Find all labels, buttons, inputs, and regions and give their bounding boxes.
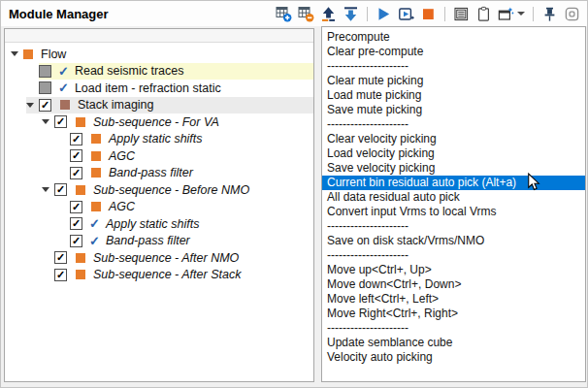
checkbox-checked[interactable]: ✓ <box>70 167 82 179</box>
tree-row-content: Flow <box>11 46 313 63</box>
tree-row[interactable]: ✓Sub-sequence - For VA <box>5 113 313 131</box>
checkbox-checked[interactable]: ✓ <box>70 235 82 247</box>
tree-row-content: ✓AGC <box>70 199 313 216</box>
checkbox-checked[interactable]: ✓ <box>70 201 82 213</box>
tree-row[interactable]: ✓AGC <box>5 199 313 216</box>
menu-item[interactable]: Move up<Ctrl+, Up> <box>322 263 585 277</box>
new-window-icon[interactable] <box>498 6 514 22</box>
checkbox-checked[interactable]: ✓ <box>70 149 82 162</box>
tree-item-label[interactable]: Sub-sequence - After NMO <box>93 251 245 265</box>
command-list-panel[interactable]: PrecomputeClear pre-compute-------------… <box>321 26 586 382</box>
menu-item[interactable]: Clear mute picking <box>322 74 585 88</box>
checkbox-gray[interactable] <box>39 81 51 94</box>
run-icon[interactable] <box>376 6 392 22</box>
stop-icon[interactable] <box>420 6 437 22</box>
tree-row[interactable]: ✓Sub-sequence - After Stack <box>5 267 313 284</box>
checkbox-checked[interactable]: ✓ <box>54 269 67 281</box>
tree-row[interactable]: ✓Load item - refraction static <box>5 80 313 97</box>
expander-icon[interactable] <box>42 187 54 192</box>
menu-item[interactable]: Update semblance cube <box>322 336 585 350</box>
tree-item-label[interactable]: Sub-sequence - After Stack <box>93 268 246 281</box>
tree-row-content: ✓Load item - refraction static <box>39 80 313 97</box>
module-square-icon <box>91 134 101 144</box>
menu-item[interactable]: Clear pre-compute <box>322 45 585 59</box>
clipboard-icon[interactable] <box>475 6 492 22</box>
flow-tree: Flow✓Read seismic traces✓Load item - ref… <box>5 43 313 283</box>
menu-item[interactable]: Save mute picking <box>322 103 585 117</box>
expander-icon[interactable] <box>42 119 54 124</box>
tree-item-label[interactable]: Sub-sequence - Before NMO <box>93 183 255 197</box>
tree-item-label[interactable]: Stack imaging <box>78 98 160 112</box>
title-bar: Module Manager <box>1 1 587 26</box>
menu-item[interactable]: Precompute <box>322 30 585 45</box>
menu-item[interactable]: Save velocity picking <box>322 161 585 176</box>
menu-item[interactable]: Velocity auto picking <box>322 350 585 365</box>
checkbox-gray[interactable] <box>39 65 51 78</box>
tree-row[interactable]: ✓Band-pass filter <box>5 165 313 182</box>
tree-row[interactable]: ✓✓Band-pass filter <box>5 233 313 250</box>
tree-row[interactable]: ✓Sub-sequence - After NMO <box>5 249 313 267</box>
tree-item-label[interactable]: AGC <box>109 149 141 163</box>
remove-module-icon[interactable] <box>298 6 314 22</box>
tree-item-label[interactable]: Apply static shifts <box>109 132 209 146</box>
menu-item[interactable]: Load velocity picking <box>322 146 585 161</box>
tree-item-label[interactable]: Band-pass filter <box>106 234 196 247</box>
tree-row[interactable]: ✓Sub-sequence - Before NMO <box>5 181 313 199</box>
menu-separator-row: --------------------- <box>322 321 585 336</box>
tree-row[interactable]: ✓✓Apply static shifts <box>5 215 313 233</box>
tree-indent <box>5 80 39 97</box>
module-square-icon <box>23 49 33 59</box>
tree-row-content: ✓Stack imaging <box>26 97 313 114</box>
tree-item-label[interactable]: Read seismic traces <box>75 64 190 78</box>
menu-item[interactable]: Move down<Ctrl+, Down> <box>322 277 585 292</box>
tree-item-label[interactable]: Sub-sequence - For VA <box>93 115 225 129</box>
tree-indent <box>5 181 42 199</box>
float-window-icon[interactable] <box>564 6 580 22</box>
module-square-icon <box>91 168 101 178</box>
menu-item-selected[interactable]: Current bin residual auto pick (Alt+a) <box>322 176 585 190</box>
module-list-icon[interactable] <box>453 6 470 22</box>
flow-tree-panel[interactable]: Flow✓Read seismic traces✓Load item - ref… <box>4 28 314 382</box>
tree-item-label[interactable]: AGC <box>109 200 141 213</box>
tree-item-label[interactable]: Flow <box>41 48 72 61</box>
pin-icon[interactable] <box>541 6 558 22</box>
menu-separator-row: --------------------- <box>322 117 585 132</box>
tree-item-label[interactable]: Band-pass filter <box>109 166 199 179</box>
tree-row[interactable]: ✓Stack imaging <box>5 97 313 114</box>
menu-item[interactable]: Convert input Vrms to local Vrms <box>322 205 585 219</box>
tree-row[interactable]: ✓AGC <box>5 147 313 165</box>
move-down-icon[interactable] <box>343 6 359 22</box>
tree-indent <box>5 233 70 250</box>
tree-row[interactable]: Flow <box>5 46 313 63</box>
checkbox-checked[interactable]: ✓ <box>54 115 67 128</box>
triangle-down-icon <box>11 51 18 56</box>
menu-item[interactable]: Clear velocity picking <box>322 132 585 146</box>
checkbox-checked[interactable]: ✓ <box>70 217 82 230</box>
tree-row[interactable]: ✓Apply static shifts <box>5 131 313 148</box>
menu-item[interactable]: Load mute picking <box>322 88 585 103</box>
tree-item-label[interactable]: Load item - refraction static <box>75 81 227 95</box>
expander-icon[interactable] <box>26 103 39 108</box>
tree-row-content: ✓Sub-sequence - For VA <box>42 113 313 131</box>
menu-item[interactable]: Move left<Ctrl+, Left> <box>322 292 585 307</box>
add-module-icon[interactable] <box>276 6 292 22</box>
expander-icon[interactable] <box>11 51 23 56</box>
menu-item[interactable]: Move Right<Ctrl+, Right> <box>322 307 585 321</box>
module-square-icon <box>91 151 101 161</box>
tree-item-label[interactable]: Apply static shifts <box>106 217 206 231</box>
checkbox-checked[interactable]: ✓ <box>39 99 51 112</box>
tree-row-content: ✓Sub-sequence - After NMO <box>54 249 313 267</box>
toolbar-separator <box>533 7 534 21</box>
menu-item[interactable]: Save on disk stack/Vrms/NMO <box>322 234 585 248</box>
checkbox-checked[interactable]: ✓ <box>70 133 82 146</box>
run-flow-icon[interactable] <box>398 6 414 22</box>
tree-indent <box>5 97 26 114</box>
move-up-icon[interactable] <box>320 6 337 22</box>
tree-row[interactable]: ✓Read seismic traces <box>5 63 313 81</box>
checkbox-checked[interactable]: ✓ <box>54 183 67 196</box>
chevron-down-icon[interactable] <box>517 12 525 16</box>
checkbox-checked[interactable]: ✓ <box>54 251 67 264</box>
menu-item[interactable]: All data residual auto pick <box>322 190 585 205</box>
tree-row-content: ✓Read seismic traces <box>39 63 313 81</box>
panel-title: Module Manager <box>9 7 109 21</box>
